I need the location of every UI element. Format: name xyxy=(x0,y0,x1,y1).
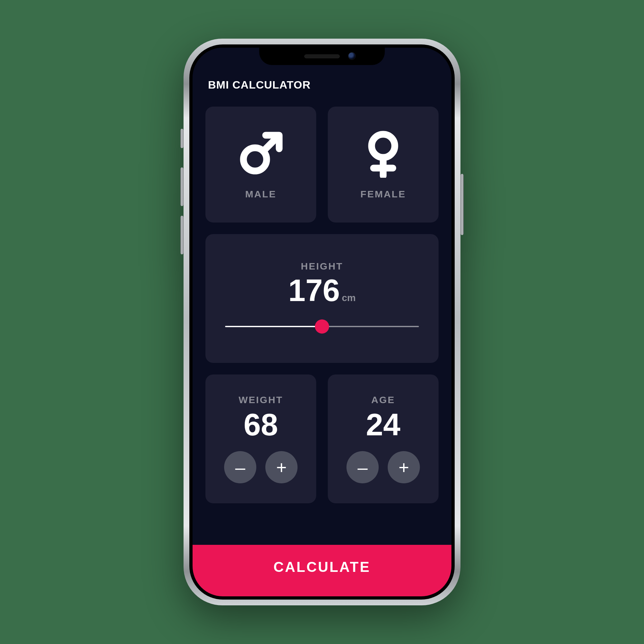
volume-down-button xyxy=(180,216,184,254)
male-card[interactable]: MALE xyxy=(205,107,316,223)
height-value: 176 xyxy=(288,275,340,306)
height-unit: cm xyxy=(342,292,355,303)
age-plus-button[interactable]: + xyxy=(388,451,420,483)
female-card[interactable]: FEMALE xyxy=(328,107,439,223)
plus-icon: + xyxy=(399,457,409,478)
bmi-calculator-app: BMI CALCULATOR xyxy=(193,48,451,596)
weight-label: WEIGHT xyxy=(239,394,283,405)
volume-up-button xyxy=(180,167,184,206)
slider-thumb[interactable] xyxy=(315,319,329,334)
power-button xyxy=(460,174,464,235)
calculate-label: CALCULATE xyxy=(273,559,371,575)
weight-card: WEIGHT 68 – + xyxy=(205,374,316,503)
speaker-grille xyxy=(304,54,340,58)
front-camera xyxy=(348,52,356,60)
svg-point-2 xyxy=(372,134,395,157)
phone-frame: BMI CALCULATOR xyxy=(184,39,460,605)
female-icon xyxy=(359,129,407,178)
plus-icon: + xyxy=(276,457,287,478)
age-label: AGE xyxy=(371,394,395,405)
height-label: HEIGHT xyxy=(301,261,343,272)
minus-icon: – xyxy=(235,457,245,478)
male-label: MALE xyxy=(245,189,277,200)
gender-row: MALE xyxy=(205,107,439,223)
height-value-row: 176 cm xyxy=(288,275,356,306)
female-label: FEMALE xyxy=(360,189,406,200)
calculate-button[interactable]: CALCULATE xyxy=(193,545,451,596)
app-title: BMI CALCULATOR xyxy=(208,79,311,91)
weight-value: 68 xyxy=(244,409,278,440)
male-icon xyxy=(237,129,285,178)
weight-plus-button[interactable]: + xyxy=(265,451,298,483)
age-card: AGE 24 – + xyxy=(328,374,439,503)
height-card: HEIGHT 176 cm xyxy=(205,234,439,363)
phone-notch xyxy=(259,48,385,65)
age-minus-button[interactable]: – xyxy=(346,451,379,483)
silence-switch xyxy=(180,129,184,148)
weight-minus-button[interactable]: – xyxy=(224,451,256,483)
age-value: 24 xyxy=(366,409,401,440)
minus-icon: – xyxy=(357,457,367,478)
svg-line-1 xyxy=(263,137,278,151)
slider-track-inactive xyxy=(322,326,419,327)
weight-age-row: WEIGHT 68 – + xyxy=(205,374,439,503)
height-slider[interactable] xyxy=(225,317,419,336)
slider-track-active xyxy=(225,326,322,327)
